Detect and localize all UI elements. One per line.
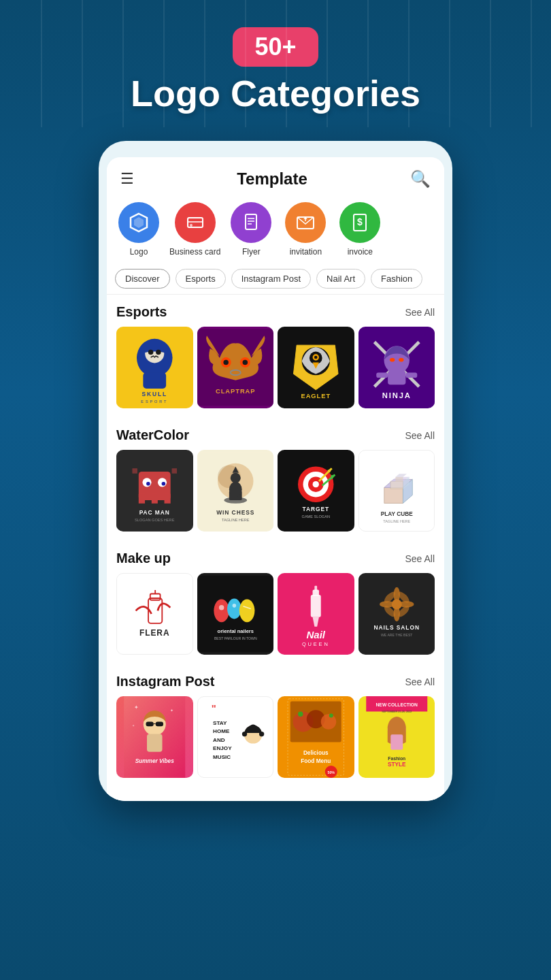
- svg-text:NINJA: NINJA: [382, 391, 411, 399]
- flyer-circle: [231, 202, 271, 243]
- svg-text:Delicious: Delicious: [303, 751, 329, 757]
- instagram-grid: ✦ ✦ ✦ Summer Vibes ": [116, 696, 435, 778]
- watercolor-title: WaterColor: [116, 427, 189, 443]
- header-title: Logo Categories: [0, 74, 551, 114]
- svg-point-4: [190, 224, 193, 227]
- logo-label: Logo: [130, 247, 148, 257]
- svg-point-15: [148, 350, 154, 355]
- svg-rect-54: [132, 469, 137, 474]
- filter-fashion[interactable]: Fashion: [371, 269, 422, 289]
- svg-text:STYLE: STYLE: [387, 762, 405, 768]
- svg-rect-106: [314, 586, 317, 591]
- page-header: 50+ Logo Categories: [0, 0, 551, 127]
- filter-instagram-post[interactable]: Instagram Post: [231, 269, 311, 289]
- makeup-card-oriental[interactable]: oriental nailers BEST PARLOUR IN TOWN: [197, 573, 274, 655]
- phone-screen: ☰ Template 🔍 Logo Business card: [107, 157, 444, 801]
- svg-marker-1: [134, 217, 144, 228]
- esports-card-eaglet[interactable]: EAGLET: [278, 327, 354, 408]
- svg-text:oriental nailers: oriental nailers: [217, 629, 253, 635]
- esports-see-all[interactable]: See All: [405, 307, 435, 318]
- instagram-section-header: Instagram Post See All: [116, 674, 435, 689]
- makeup-grid: FLERA: [116, 573, 435, 655]
- svg-text:✦: ✦: [134, 704, 139, 710]
- svg-rect-5: [246, 214, 256, 229]
- category-flyer[interactable]: Flyer: [227, 202, 275, 257]
- svg-point-71: [313, 481, 319, 487]
- svg-point-141: [241, 732, 246, 736]
- makeup-card-nails-salon[interactable]: NAILS SALON WE ARE THE BEST: [358, 573, 435, 655]
- invitation-label: invitation: [290, 247, 322, 257]
- svg-rect-49: [158, 500, 164, 504]
- svg-text:SEPTEMBER 25-26, 2022: SEPTEMBER 25-26, 2022: [382, 710, 412, 713]
- category-logo[interactable]: Logo: [115, 202, 163, 257]
- watercolor-card-target[interactable]: TARGET GAME SLOGAN: [278, 450, 354, 532]
- svg-rect-89: [117, 576, 193, 652]
- svg-text:TAGLINE HERE: TAGLINE HERE: [221, 518, 249, 522]
- svg-text:ESPORT: ESPORT: [141, 399, 168, 404]
- svg-text:Summer Vibes: Summer Vibes: [135, 758, 174, 764]
- watercolor-card-playcube[interactable]: PLAY CUBE TAGLINE HERE: [358, 450, 435, 532]
- esports-section-header: Esports See All: [116, 304, 435, 320]
- category-icons-row: Logo Business card Flyer: [107, 195, 444, 263]
- makeup-title: Make up: [116, 551, 171, 566]
- svg-text:✦: ✦: [170, 708, 173, 713]
- filter-discover[interactable]: Discover: [115, 269, 170, 289]
- instagram-card-music[interactable]: " STAY HOME AND ENJOY MUSIC: [197, 696, 274, 778]
- svg-rect-47: [164, 494, 170, 504]
- svg-marker-79: [384, 488, 403, 504]
- esports-grid: SKULL ESPORT: [116, 327, 435, 408]
- svg-point-37: [389, 358, 395, 362]
- svg-text:FLERA: FLERA: [139, 629, 170, 638]
- svg-text:BEST PARLOUR IN TOWN: BEST PARLOUR IN TOWN: [214, 637, 256, 641]
- svg-point-148: [321, 715, 337, 730]
- search-icon[interactable]: 🔍: [410, 169, 431, 189]
- category-invoice[interactable]: $ invoice: [336, 202, 384, 257]
- makeup-card-flera[interactable]: FLERA: [116, 573, 193, 655]
- category-invitation[interactable]: invitation: [282, 202, 329, 257]
- menu-icon[interactable]: ☰: [120, 170, 134, 188]
- svg-rect-17: [143, 373, 166, 389]
- esports-card-ninja[interactable]: NINJA: [358, 327, 435, 408]
- logo-circle: [118, 202, 159, 243]
- watercolor-card-pacman[interactable]: PAC MAN SLOGAN GOES HERE: [116, 450, 193, 532]
- watercolor-see-all[interactable]: See All: [405, 430, 435, 441]
- makeup-section-header: Make up See All: [116, 551, 435, 566]
- makeup-card-nail-queen[interactable]: Nail QUEEN: [278, 573, 354, 655]
- flyer-label: Flyer: [242, 247, 261, 257]
- template-header: ☰ Template 🔍: [107, 157, 444, 195]
- svg-rect-127: [147, 734, 163, 752]
- esports-card-claptrap[interactable]: CLAPTRAP: [197, 327, 274, 408]
- phone-mockup: ☰ Template 🔍 Logo Business card: [0, 141, 551, 801]
- instagram-card-collection[interactable]: NEW COLLECTION SEPTEMBER 25-26, 2022 Fas…: [358, 696, 435, 778]
- makeup-see-all[interactable]: See All: [405, 553, 435, 564]
- svg-text:TARGET: TARGET: [302, 506, 329, 512]
- svg-text:Fashion: Fashion: [388, 756, 405, 761]
- svg-rect-124: [146, 722, 154, 727]
- instagram-card-food[interactable]: Delicious Food Menu 50%: [278, 696, 354, 778]
- business-card-label: Business card: [169, 247, 220, 257]
- svg-text:PAC MAN: PAC MAN: [139, 509, 170, 516]
- category-business-card[interactable]: Business card: [169, 202, 220, 257]
- screen-title: Template: [237, 169, 307, 189]
- svg-text:STAY: STAY: [213, 720, 227, 726]
- watercolor-section-header: WaterColor See All: [116, 427, 435, 443]
- instagram-see-all[interactable]: See All: [405, 676, 435, 687]
- esports-card-skull[interactable]: SKULL ESPORT: [116, 327, 193, 408]
- invitation-circle: [285, 202, 326, 243]
- instagram-card-summer[interactable]: ✦ ✦ ✦ Summer Vibes: [116, 696, 193, 778]
- svg-point-149: [298, 712, 303, 717]
- svg-text:GAME SLOGAN: GAME SLOGAN: [302, 515, 330, 519]
- svg-text:Nail: Nail: [306, 629, 325, 640]
- svg-point-31: [314, 356, 318, 359]
- invoice-label: invoice: [348, 247, 373, 257]
- svg-text:NAILS SALON: NAILS SALON: [373, 624, 419, 631]
- business-card-circle: [175, 202, 216, 243]
- watercolor-card-chess[interactable]: WIN CHESS TAGLINE HERE: [197, 450, 274, 532]
- filter-nail-art[interactable]: Nail Art: [316, 269, 365, 289]
- svg-text:EAGLET: EAGLET: [301, 393, 331, 399]
- filter-esports[interactable]: Esports: [176, 269, 226, 289]
- svg-point-99: [232, 604, 236, 608]
- svg-text:MUSIC: MUSIC: [213, 754, 231, 760]
- svg-marker-85: [395, 477, 403, 482]
- svg-rect-48: [145, 500, 151, 504]
